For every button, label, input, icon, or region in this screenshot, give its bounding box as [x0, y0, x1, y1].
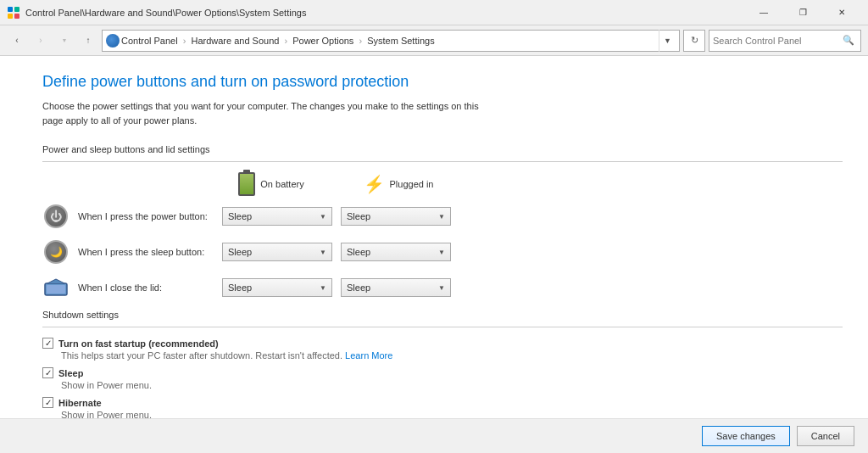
- lid-battery-value: Sleep: [228, 282, 252, 293]
- sleep-button-dropdowns: Sleep ▼ Sleep ▼: [222, 243, 451, 261]
- search-button[interactable]: 🔍: [840, 32, 857, 49]
- search-box[interactable]: 🔍: [709, 30, 861, 52]
- sleep-checkbox-row: Sleep Show in Power menu.: [42, 367, 843, 390]
- power-plugged-value: Sleep: [347, 211, 370, 221]
- address-dropdown-button[interactable]: ▼: [659, 30, 676, 52]
- plugged-label: Plugged in: [390, 179, 434, 189]
- battery-column-header: On battery: [212, 172, 331, 196]
- power-button-row: When I press the power button: Sleep ▼ S…: [42, 203, 843, 230]
- titlebar-controls: — ❐ ✕: [744, 0, 861, 25]
- footer: Save changes Cancel: [0, 418, 868, 453]
- address-bar[interactable]: Control Panel › Hardware and Sound › Pow…: [102, 30, 680, 52]
- minimize-button[interactable]: —: [744, 0, 783, 25]
- lid-plugged-arrow: ▼: [438, 284, 445, 292]
- hibernate-checkbox-text: Hibernate: [58, 398, 102, 408]
- column-headers: On battery ⚡ Plugged in: [42, 172, 843, 196]
- navbar: ‹ › ▼ ↑ Control Panel › Hardware and Sou…: [0, 25, 868, 56]
- section1-label: Power and sleep buttons and lid settings: [42, 144, 843, 154]
- lid-label: When I close the lid:: [78, 282, 222, 293]
- power-plugged-dropdown[interactable]: Sleep ▼: [341, 207, 451, 226]
- power-battery-dropdown[interactable]: Sleep ▼: [222, 207, 332, 226]
- fast-startup-row: Turn on fast startup (recommended) This …: [42, 338, 843, 361]
- svg-rect-2: [8, 14, 13, 19]
- power-battery-arrow: ▼: [320, 213, 326, 221]
- breadcrumb-root[interactable]: Control Panel: [121, 36, 178, 46]
- section2-label: Shutdown settings: [42, 310, 843, 320]
- maximize-button[interactable]: ❐: [783, 0, 822, 25]
- fast-startup-sub: This helps start your PC faster after sh…: [61, 350, 843, 361]
- titlebar-title: Control Panel\Hardware and Sound\Power O…: [25, 8, 744, 18]
- content-area: Define power buttons and turn on passwor…: [0, 56, 868, 453]
- back-button[interactable]: ‹: [7, 31, 27, 51]
- power-battery-value: Sleep: [228, 211, 252, 221]
- sleep-plugged-value: Sleep: [347, 247, 370, 257]
- fast-startup-desc: This helps start your PC faster after sh…: [61, 350, 345, 361]
- plugged-column-header: ⚡ Plugged in: [339, 174, 458, 194]
- sleep-icon: [44, 240, 68, 264]
- lid-icon: [42, 274, 70, 301]
- fast-startup-label[interactable]: Turn on fast startup (recommended): [42, 338, 843, 349]
- titlebar-icon: [7, 6, 20, 20]
- refresh-button[interactable]: ↻: [683, 30, 705, 52]
- save-changes-button[interactable]: Save changes: [702, 426, 790, 446]
- cancel-button[interactable]: Cancel: [797, 426, 854, 446]
- titlebar: Control Panel\Hardware and Sound\Power O…: [0, 0, 868, 25]
- sleep-battery-value: Sleep: [228, 247, 252, 257]
- breadcrumb-part1[interactable]: Hardware and Sound: [191, 36, 279, 46]
- battery-icon: [238, 172, 255, 196]
- hibernate-checkbox-label[interactable]: Hibernate: [42, 397, 843, 408]
- power-icon: [44, 204, 68, 228]
- svg-rect-1: [14, 7, 19, 12]
- sleep-button-icon-container: [42, 238, 70, 266]
- scrollable-content: Define power buttons and turn on passwor…: [0, 56, 868, 418]
- section1-divider: [42, 161, 843, 162]
- plugin-icon: ⚡: [364, 174, 385, 194]
- shutdown-section: Shutdown settings Turn on fast startup (…: [42, 310, 843, 418]
- lid-icon-container: [42, 274, 70, 301]
- breadcrumb-part2[interactable]: Power Options: [292, 36, 353, 46]
- sleep-button-label: When I press the sleep button:: [78, 247, 222, 257]
- recent-pages-button[interactable]: ▼: [54, 31, 75, 51]
- sleep-battery-arrow: ▼: [320, 249, 326, 256]
- power-button-icon: [42, 203, 70, 230]
- sleep-checkbox-sub: Show in Power menu.: [61, 380, 843, 390]
- svg-rect-3: [14, 14, 19, 19]
- sleep-plugged-arrow: ▼: [438, 249, 445, 256]
- page-title: Define power buttons and turn on passwor…: [42, 73, 843, 91]
- svg-rect-0: [8, 7, 13, 12]
- power-plugged-arrow: ▼: [438, 213, 445, 221]
- breadcrumb-part3[interactable]: System Settings: [367, 36, 434, 46]
- lid-row: When I close the lid: Sleep ▼ Sleep ▼: [42, 274, 843, 301]
- sleep-plugged-dropdown[interactable]: Sleep ▼: [341, 243, 451, 261]
- section2-divider: [42, 327, 843, 327]
- breadcrumb: Control Panel › Hardware and Sound › Pow…: [121, 36, 657, 46]
- sleep-button-row: When I press the sleep button: Sleep ▼ S…: [42, 238, 843, 266]
- close-button[interactable]: ✕: [822, 0, 861, 25]
- lid-dropdowns: Sleep ▼ Sleep ▼: [222, 278, 451, 297]
- hibernate-checkbox-row: Hibernate Show in Power menu.: [42, 397, 843, 418]
- learn-more-link[interactable]: Learn More: [345, 350, 392, 361]
- sleep-battery-dropdown[interactable]: Sleep ▼: [222, 243, 332, 261]
- fast-startup-checkbox[interactable]: [42, 338, 53, 349]
- lid-plugged-value: Sleep: [347, 282, 370, 293]
- lid-battery-arrow: ▼: [320, 284, 326, 292]
- svg-rect-5: [47, 285, 65, 294]
- up-button[interactable]: ↑: [78, 31, 98, 51]
- sleep-checkbox[interactable]: [42, 367, 53, 378]
- sleep-checkbox-label[interactable]: Sleep: [42, 367, 843, 378]
- lid-plugged-dropdown[interactable]: Sleep ▼: [341, 278, 451, 297]
- forward-button[interactable]: ›: [31, 31, 51, 51]
- hibernate-checkbox-sub: Show in Power menu.: [61, 410, 843, 418]
- sleep-checkbox-text: Sleep: [58, 368, 83, 378]
- control-panel-icon: [106, 34, 120, 48]
- battery-label: On battery: [260, 179, 303, 189]
- fast-startup-text: Turn on fast startup (recommended): [58, 338, 219, 349]
- lid-battery-dropdown[interactable]: Sleep ▼: [222, 278, 332, 297]
- search-input[interactable]: [713, 36, 840, 46]
- hibernate-checkbox[interactable]: [42, 397, 53, 408]
- power-button-dropdowns: Sleep ▼ Sleep ▼: [222, 207, 451, 226]
- page-description: Choose the power settings that you want …: [42, 99, 483, 127]
- power-button-label: When I press the power button:: [78, 211, 222, 221]
